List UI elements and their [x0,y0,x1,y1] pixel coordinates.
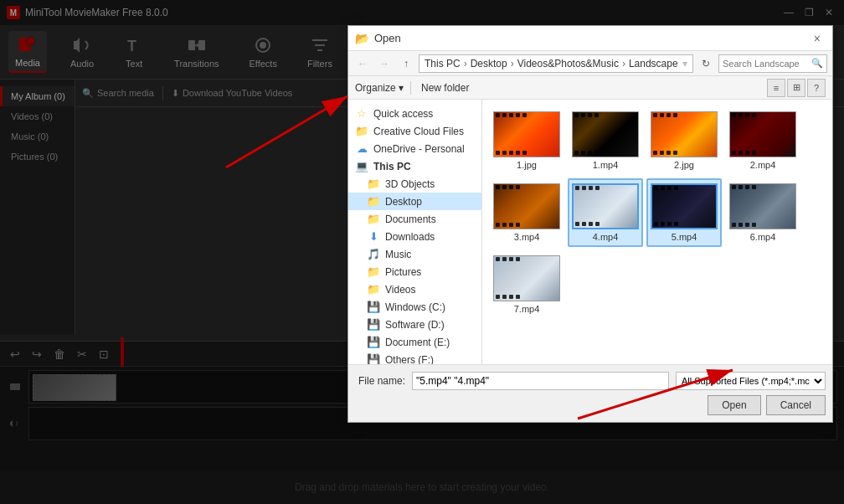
tree-documents-label: Documents [385,213,436,225]
filename-label: File name: [355,375,405,387]
view-grid-button[interactable]: ⊞ [787,79,805,97]
others-f-icon: 💾 [367,353,380,364]
file-1jpg[interactable]: 1.jpg [489,106,564,175]
film-strip-top-2jpg [651,112,717,119]
tree-software-d[interactable]: 💾 Software (D:) [348,316,481,333]
film-strip-top-5mp4 [652,185,716,192]
breadcrumb-desktop: Desktop [471,58,507,69]
tree-creative-cloud-label: Creative Cloud Files [373,126,464,137]
file-thumb-3mp4 [493,183,560,229]
tree-onedrive[interactable]: ☁ OneDrive - Personal [348,140,481,157]
file-6mp4[interactable]: 6.mp4 [725,178,800,247]
new-folder-label: New folder [421,82,469,94]
tree-this-pc[interactable]: 💻 This PC [348,157,481,175]
file-7mp4[interactable]: 7.mp4 [489,250,564,319]
tree-3d-objects[interactable]: 📁 3D Objects [348,175,481,193]
dialog-app-icon: 📂 [355,32,369,45]
dialog-title: 📂 Open [355,32,401,45]
file-label-5mp4: 5.mp4 [672,232,697,242]
tree-music[interactable]: 🎵 Music [348,245,481,263]
film-strip-top-4mp4 [574,185,637,192]
file-thumb-6mp4 [729,183,796,229]
search-input[interactable] [723,59,808,69]
pictures-icon: 📁 [367,265,380,278]
nav-back-button[interactable]: ← [353,54,372,73]
tree-pictures[interactable]: 📁 Pictures [348,263,481,280]
refresh-button[interactable]: ↻ [697,54,715,73]
search-go-icon: 🔍 [811,58,823,69]
file-1mp4[interactable]: 1.mp4 [568,106,643,175]
file-thumb-5mp4 [651,183,718,229]
tree-desktop-label: Desktop [385,196,422,208]
filename-input[interactable] [412,372,669,390]
view-list-button[interactable]: ≡ [767,79,785,97]
tree-others-f-label: Others (F:) [385,354,434,365]
tree-onedrive-label: OneDrive - Personal [373,143,465,155]
dialog-close-button[interactable]: × [809,30,826,47]
tree-desktop[interactable]: 📁 Desktop [348,193,481,210]
cancel-button[interactable]: Cancel [766,395,826,415]
videos-icon: 📁 [367,283,380,296]
tree-documents[interactable]: 📁 Documents [348,210,481,228]
file-3mp4[interactable]: 3.mp4 [489,178,564,247]
file-thumb-1mp4 [572,111,639,157]
nav-up-button[interactable]: ↑ [397,54,415,73]
tree-3d-objects-label: 3D Objects [385,178,435,190]
nav-forward-button[interactable]: → [375,54,394,73]
downloads-icon: ⬇ [367,230,380,243]
film-strip-top-1mp4 [573,112,638,119]
toolbar-divider [410,81,411,95]
breadcrumb-sep1: › [464,58,467,69]
tree-downloads[interactable]: ⬇ Downloads [348,228,481,245]
organize-button[interactable]: Organize ▾ [355,82,404,94]
tree-windows-c-label: Windows (C:) [385,301,445,313]
file-4mp4[interactable]: 4.mp4 [568,178,643,247]
file-2jpg[interactable]: 2.jpg [646,106,722,175]
documents-icon: 📁 [367,213,380,225]
tree-others-f[interactable]: 💾 Others (F:) [348,351,481,364]
filename-row: File name: All Supported Files (*.mp4;*.… [355,372,826,390]
dialog-body: ☆ Quick access 📁 Creative Cloud Files ☁ … [348,100,832,364]
tree-videos[interactable]: 📁 Videos [348,280,481,298]
search-box: 🔍 [718,54,827,73]
file-2mp4[interactable]: 2.mp4 [725,106,800,175]
tree-quick-access-label: Quick access [373,108,433,120]
open-button[interactable]: Open [708,395,760,415]
film-strip-bot-1mp4 [573,150,638,157]
file-label-1mp4: 1.mp4 [593,160,619,170]
breadcrumb-sep2: › [511,58,514,69]
file-thumb-1jpg [493,111,560,157]
file-thumb-7mp4 [493,255,560,301]
new-folder-button[interactable]: New folder [418,80,472,95]
footer-buttons: Open Cancel [355,395,826,415]
breadcrumb-thispc: This PC [425,58,461,69]
creative-cloud-icon: 📁 [355,125,368,137]
film-strip-bot-6mp4 [730,222,795,229]
view-buttons: ≡ ⊞ ? [767,79,826,97]
dialog-titlebar: 📂 Open × [348,26,832,51]
film-strip-top [494,112,559,119]
breadcrumb[interactable]: This PC › Desktop › Videos&Photos&Music … [419,54,693,73]
breadcrumb-videos: Videos&Photos&Music [517,58,619,69]
file-thumb-2mp4 [729,111,796,157]
tree-downloads-label: Downloads [385,231,435,243]
file-label-4mp4: 4.mp4 [593,232,619,242]
breadcrumb-dropdown-icon[interactable]: ▾ [682,58,687,69]
film-strip-bot-7mp4 [494,294,559,301]
view-help-button[interactable]: ? [807,79,826,97]
tree-windows-c[interactable]: 💾 Windows (C:) [348,298,481,316]
film-strip-top-6mp4 [730,184,795,191]
tree-document-e[interactable]: 💾 Document (E:) [348,333,481,351]
document-e-icon: 💾 [367,336,380,348]
tree-document-e-label: Document (E:) [385,337,450,348]
tree-quick-access[interactable]: ☆ Quick access [348,105,481,122]
breadcrumb-sep3: › [622,58,625,69]
tree-this-pc-label: This PC [373,161,411,172]
open-dialog: 📂 Open × ← → ↑ This PC › Desktop › Video… [347,25,833,423]
file-label-7mp4: 7.mp4 [514,304,540,314]
tree-creative-cloud[interactable]: 📁 Creative Cloud Files [348,122,481,140]
quick-access-icon: ☆ [355,107,368,120]
file-5mp4[interactable]: 5.mp4 [646,178,722,247]
film-strip-bot-3mp4 [494,222,559,229]
filetype-select[interactable]: All Supported Files (*.mp4;*.mc [676,372,826,390]
